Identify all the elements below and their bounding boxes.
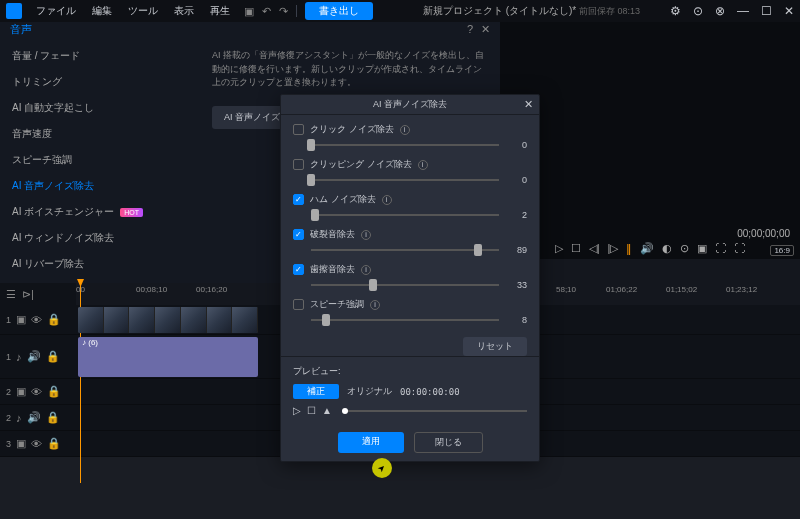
timecode-display: 00:00:00:00 <box>400 387 460 397</box>
preview-progress[interactable] <box>342 410 527 412</box>
video-track-icon[interactable]: ▣ <box>16 385 26 398</box>
redo-icon[interactable]: ↷ <box>279 5 288 18</box>
help-icon[interactable]: ? <box>467 23 473 36</box>
speech-enhance-label: スピーチ強調 <box>310 298 364 311</box>
visibility-icon[interactable]: 👁 <box>31 438 42 450</box>
sidebar-item-transcribe[interactable]: AI 自動文字起こし <box>0 95 200 121</box>
volume-icon[interactable]: 🔊 <box>640 242 654 255</box>
plosive-checkbox[interactable] <box>293 229 304 240</box>
corrected-toggle[interactable]: 補正 <box>293 384 339 399</box>
magnet-icon[interactable]: ⊳| <box>22 288 34 301</box>
aspect-ratio[interactable]: 16:9 <box>770 245 794 256</box>
minimize-icon[interactable]: — <box>737 4 749 18</box>
menu-view[interactable]: 表示 <box>166 4 202 18</box>
dialog-close-icon[interactable]: ✕ <box>524 98 533 111</box>
sidebar-item-speed[interactable]: 音声速度 <box>0 121 200 147</box>
audio-clip[interactable]: ♪ (6) <box>78 337 258 377</box>
audio-track-icon[interactable]: ♪ <box>16 412 22 424</box>
plosive-label: 破裂音除去 <box>310 228 355 241</box>
video-track-icon[interactable]: ▣ <box>16 437 26 450</box>
menu-file[interactable]: ファイル <box>28 4 84 18</box>
preview-stop-icon[interactable]: ☐ <box>307 405 316 416</box>
visibility-icon[interactable]: 👁 <box>31 314 42 326</box>
video-track-icon[interactable]: ▣ <box>16 313 26 326</box>
sidebar-item-reverb[interactable]: AI リバーブ除去 <box>0 251 200 277</box>
dialog-title: AI 音声ノイズ除去 <box>373 98 447 111</box>
save-icon[interactable]: ▣ <box>244 5 254 18</box>
close-button[interactable]: 閉じる <box>414 432 483 453</box>
apply-button[interactable]: 適用 <box>338 432 404 453</box>
close-icon[interactable]: ✕ <box>784 4 794 18</box>
hum-noise-label: ハム ノイズ除去 <box>310 193 376 206</box>
info-icon[interactable]: i <box>361 265 371 275</box>
sidebar-item-voice-changer[interactable]: AI ボイスチェンジャーHOT <box>0 199 200 225</box>
info-icon[interactable]: i <box>418 160 428 170</box>
undo-icon[interactable]: ↶ <box>262 5 271 18</box>
prev-icon[interactable]: ◁| <box>589 242 600 255</box>
preview-marker-icon[interactable]: ▲ <box>322 405 332 416</box>
original-label[interactable]: オリジナル <box>347 385 392 398</box>
markers-icon[interactable]: ◐ <box>662 242 672 255</box>
clipping-noise-label: クリッピング ノイズ除去 <box>310 158 412 171</box>
sidebar-item-speech-enhance[interactable]: スピーチ強調 <box>0 147 200 173</box>
play-icon[interactable]: ▷ <box>555 242 563 255</box>
reset-button[interactable]: リセット <box>463 337 527 356</box>
sibilance-slider[interactable] <box>311 284 499 286</box>
clipping-noise-slider[interactable] <box>311 179 499 181</box>
notify-icon[interactable]: ⊙ <box>693 4 703 18</box>
crop-icon[interactable]: ⛶ <box>715 242 726 254</box>
close-panel-icon[interactable]: ✕ <box>481 23 490 36</box>
tracks-icon[interactable]: ☰ <box>6 288 16 301</box>
preview-controls: ▷ ☐ ◁| |▷ ‖ 🔊 ◐ ⊙ ▣ ⛶ ⛶ <box>500 237 800 259</box>
settings-icon[interactable]: ⚙ <box>670 4 681 18</box>
next-icon[interactable]: |▷ <box>608 242 619 255</box>
plosive-slider[interactable] <box>311 249 499 251</box>
mute-icon[interactable]: 🔊 <box>27 350 41 363</box>
sidebar-item-wind-noise[interactable]: AI ウィンドノイズ除去 <box>0 225 200 251</box>
preview-area: 00;00;00;00 ▷ ☐ ◁| |▷ ‖ 🔊 ◐ ⊙ ▣ ⛶ ⛶ 16:9 <box>500 22 800 259</box>
menu-play[interactable]: 再生 <box>202 4 238 18</box>
lock-icon[interactable]: 🔒 <box>47 385 61 398</box>
info-icon[interactable]: i <box>370 300 380 310</box>
info-icon[interactable]: i <box>382 195 392 205</box>
sibilance-checkbox[interactable] <box>293 264 304 275</box>
click-noise-slider[interactable] <box>311 144 499 146</box>
export-button[interactable]: 書き出し <box>305 2 373 20</box>
lock-icon[interactable]: 🔒 <box>47 313 61 326</box>
menu-tool[interactable]: ツール <box>120 4 166 18</box>
menubar: ファイル 編集 ツール 表示 再生 ▣ ↶ ↷ 書き出し 新規プロジェクト (タ… <box>0 0 800 22</box>
speech-enhance-slider[interactable] <box>311 319 499 321</box>
compare-icon[interactable]: ▣ <box>697 242 707 255</box>
sidebar-item-trim[interactable]: トリミング <box>0 69 200 95</box>
lock-icon[interactable]: 🔒 <box>47 437 61 450</box>
visibility-icon[interactable]: 👁 <box>31 386 42 398</box>
preview-play-icon[interactable]: ▷ <box>293 405 301 416</box>
lock-icon[interactable]: 🔒 <box>46 411 60 424</box>
stop-icon[interactable]: ☐ <box>571 242 581 255</box>
project-title: 新規プロジェクト (タイトルなし)* 前回保存 08:13 <box>393 4 670 18</box>
video-clip[interactable]: ⊞ ♪ (6) <box>78 307 258 333</box>
sibilance-label: 歯擦音除去 <box>310 263 355 276</box>
audio-track-icon[interactable]: ♪ <box>16 351 22 363</box>
maximize-icon[interactable]: ☐ <box>761 4 772 18</box>
fullscreen-icon[interactable]: ⛶ <box>734 242 745 254</box>
hum-noise-checkbox[interactable] <box>293 194 304 205</box>
track-header: 1 ▣ 👁 🔒 <box>0 305 76 334</box>
track-header: 1 ♪ 🔊 🔒 <box>0 335 76 378</box>
snapshot-icon[interactable]: ⊙ <box>680 242 689 255</box>
menu-edit[interactable]: 編集 <box>84 4 120 18</box>
info-icon[interactable]: i <box>400 125 410 135</box>
speech-enhance-checkbox[interactable] <box>293 299 304 310</box>
mute-icon[interactable]: 🔊 <box>27 411 41 424</box>
pause-icon[interactable]: ‖ <box>626 242 632 255</box>
sidebar-item-noise-removal[interactable]: AI 音声ノイズ除去 <box>0 173 200 199</box>
info-icon[interactable]: i <box>361 230 371 240</box>
account-icon[interactable]: ⊗ <box>715 4 725 18</box>
hum-noise-slider[interactable] <box>311 214 499 216</box>
sidebar-item-volume[interactable]: 音量 / フェード <box>0 43 200 69</box>
click-noise-label: クリック ノイズ除去 <box>310 123 394 136</box>
hot-badge: HOT <box>120 208 143 217</box>
clipping-noise-checkbox[interactable] <box>293 159 304 170</box>
click-noise-checkbox[interactable] <box>293 124 304 135</box>
lock-icon[interactable]: 🔒 <box>46 350 60 363</box>
